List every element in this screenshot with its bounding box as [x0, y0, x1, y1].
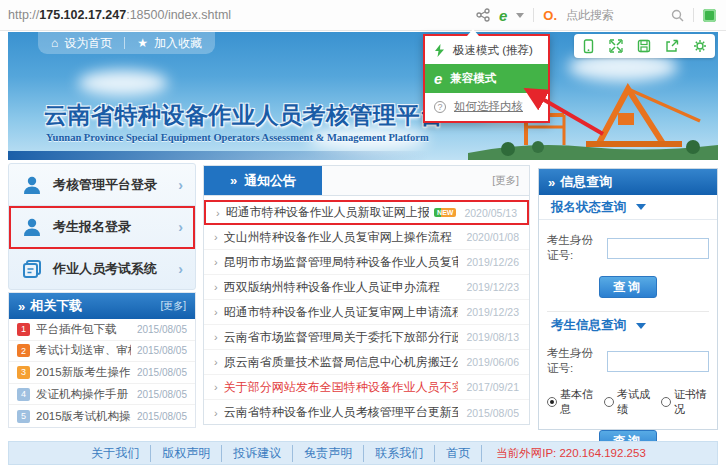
home-icon: ⌂: [51, 36, 58, 50]
id-number-input[interactable]: [607, 351, 709, 372]
quick-links-tab: ⌂ 设为首页 ★ 加入收藏: [38, 32, 215, 54]
chevron-down-icon: [636, 323, 646, 329]
divider: [693, 8, 694, 22]
candidate-info-form: 考生身份证号: 基本信息 考试成绩 证书情况 查询: [539, 338, 717, 452]
radio-icon: [604, 397, 614, 407]
downloads-more-link[interactable]: [更多]: [160, 299, 186, 313]
question-icon: ?: [434, 101, 446, 113]
footer-link-disclaimer[interactable]: 免责声明: [293, 445, 364, 462]
download-item[interactable]: 4 发证机构操作手册 2015/08/05: [9, 384, 195, 406]
url-text[interactable]: http://175.102.17.247:18500/index.shtml: [8, 8, 231, 22]
login-menu: 考核管理平台登录 › 考生报名登录 › 作业人员考试系统 ›: [8, 163, 196, 290]
star-icon: ★: [137, 36, 148, 50]
fullscreen-icon[interactable]: [609, 39, 623, 53]
notice-item[interactable]: › 昭通市特种设备作业人员新取证网上报名流程 NEW 2020/05/13: [204, 200, 529, 225]
exam-card-icon: [21, 258, 43, 280]
set-home-link[interactable]: 设为首页: [64, 35, 112, 52]
rank-badge: 1: [17, 323, 30, 336]
enrol-status-form: 考生身份证号: 查询: [539, 220, 717, 312]
id-number-label: 考生身份证号:: [547, 346, 604, 376]
query-button[interactable]: 查询: [599, 276, 657, 298]
info-type-radios: 基本信息 考试成绩 证书情况: [547, 387, 709, 417]
extension-icon[interactable]: [703, 9, 716, 22]
notices-header: » 通知公告 [更多]: [204, 166, 529, 196]
downloads-title: 相关下载: [30, 297, 82, 315]
list-marker: ›: [216, 207, 220, 219]
download-item[interactable]: 5 2015版考试机构操... 2015/08/05: [9, 405, 195, 427]
notices-more-link[interactable]: [更多]: [492, 174, 529, 188]
kernel-chevron-down-icon[interactable]: [516, 13, 524, 18]
footer-link-copyright[interactable]: 版权声明: [151, 445, 222, 462]
lightning-icon: [434, 44, 445, 57]
id-number-input[interactable]: [607, 238, 709, 259]
notice-item[interactable]: › 原云南省质量技术监督局信息中心机房搬迁公告 2019/06/06: [204, 350, 529, 375]
menu-item-candidate-login[interactable]: 考生报名登录 ›: [9, 205, 195, 247]
section-enrol-status[interactable]: 报名状态查询: [539, 195, 717, 220]
download-item[interactable]: 1 平台插件包下载 2015/08/05: [9, 319, 195, 341]
radio-exam-score[interactable]: 考试成绩: [604, 387, 652, 417]
notice-item[interactable]: › 西双版纳州特种设备作业人员证申办流程 2019/12/23: [204, 275, 529, 300]
site-banner: ⌂ 设为首页 ★ 加入收藏 云南省特种设备作业人员考核管理平台 Yunnan P…: [8, 32, 718, 160]
user-icon: [21, 216, 43, 238]
site-subtitle: Yunnan Province Special Equipment Operat…: [46, 132, 429, 143]
banner-bottom-band: [8, 151, 428, 160]
ie-kernel-icon[interactable]: e: [499, 8, 507, 23]
notice-item[interactable]: › 昆明市市场监督管理局特种设备作业人员复审流程... 2019/12/26: [204, 250, 529, 275]
search-engine-logo: O.: [543, 8, 557, 23]
footer-link-home[interactable]: 首页: [435, 445, 482, 462]
export-icon[interactable]: [665, 39, 679, 53]
notices-panel: » 通知公告 [更多] › 昭通市特种设备作业人员新取证网上报名流程 NEW 2…: [203, 165, 530, 425]
notice-item[interactable]: › 关于部分网站发布全国特种设备作业人员不实信息... 2017/09/21: [204, 375, 529, 400]
notices-list: › 昭通市特种设备作业人员新取证网上报名流程 NEW 2020/05/13 › …: [204, 196, 529, 425]
menu-item-exam-system[interactable]: 作业人员考试系统 ›: [9, 247, 195, 289]
screen: http://175.102.17.247:18500/index.shtml …: [0, 0, 726, 471]
radio-selected-icon: [547, 397, 557, 407]
kernel-mode-dropdown: 极速模式 (推荐) e 兼容模式 ? 如何选择内核: [423, 34, 550, 123]
add-favorite-link[interactable]: 加入收藏: [154, 35, 202, 52]
menu-item-kernel-help[interactable]: ? 如何选择内核: [425, 93, 548, 121]
new-badge: NEW: [434, 208, 456, 217]
notice-item[interactable]: › 文山州特种设备作业人员复审网上操作流程 2020/01/08: [204, 225, 529, 250]
query-header: » 信息查询: [539, 169, 717, 195]
notice-item[interactable]: › 昭通市特种设备作业人员证复审网上申请流程及相... 2019/12/23: [204, 300, 529, 325]
banner-toolbar: [574, 34, 715, 58]
download-item[interactable]: 3 2015新版考生操作... 2015/08/05: [9, 362, 195, 384]
search-input[interactable]: 点此搜索: [566, 7, 662, 24]
mobile-icon[interactable]: [582, 39, 595, 54]
id-number-label: 考生身份证号:: [547, 233, 604, 263]
notice-item[interactable]: › 云南省特种设备作业人员考核管理平台更新至20... 2015/08/05: [204, 400, 529, 425]
cloud-decoration: [78, 70, 168, 96]
notice-item[interactable]: › 云南省市场监督管理局关于委托下放部分行政许可... 2019/08/13: [204, 325, 529, 350]
site-title: 云南省特种设备作业人员考核管理平台: [44, 100, 444, 131]
info-query-panel: » 信息查询 报名状态查询 考生身份证号: 查询 考生信息查询 考生身份证号:: [538, 168, 718, 430]
section-candidate-info[interactable]: 考生信息查询: [539, 313, 717, 338]
search-icon[interactable]: [671, 9, 684, 22]
header-marker: »: [548, 175, 555, 190]
rank-badge: 4: [17, 388, 30, 401]
downloads-panel: » 相关下载 [更多] 1 平台插件包下载 2015/08/05 2 考试计划送…: [8, 292, 196, 428]
page-footer: 关于我们 版权声明 投诉建议 免责声明 联系我们 首页 当前外网IP: 220.…: [8, 441, 718, 465]
footer-link-complaint[interactable]: 投诉建议: [222, 445, 293, 462]
save-icon[interactable]: [637, 39, 651, 53]
gear-icon[interactable]: [693, 39, 707, 53]
browser-address-bar: http://175.102.17.247:18500/index.shtml …: [0, 0, 726, 31]
tab-notices[interactable]: » 通知公告: [204, 166, 322, 195]
header-marker: »: [18, 299, 25, 314]
menu-item-compat-mode[interactable]: e 兼容模式: [425, 64, 548, 92]
footer-link-contact[interactable]: 联系我们: [364, 445, 435, 462]
radio-icon: [661, 397, 671, 407]
menu-item-admin-login[interactable]: 考核管理平台登录 ›: [9, 164, 195, 205]
downloads-header: » 相关下载 [更多]: [9, 293, 195, 319]
divider: [547, 311, 709, 312]
divider: [533, 8, 534, 22]
footer-link-about[interactable]: 关于我们: [80, 445, 151, 462]
ie-icon: e: [434, 71, 442, 86]
share-icon[interactable]: [476, 8, 490, 22]
menu-item-speed-mode[interactable]: 极速模式 (推荐): [425, 36, 548, 64]
radio-basic-info[interactable]: 基本信息: [547, 387, 595, 417]
chevron-right-icon: ›: [178, 177, 183, 193]
radio-certificate[interactable]: 证书情况: [661, 387, 709, 417]
query-title: 信息查询: [560, 173, 612, 191]
rank-badge: 2: [17, 344, 30, 357]
download-item[interactable]: 2 考试计划送审、审核 ... 2015/08/05: [9, 341, 195, 363]
